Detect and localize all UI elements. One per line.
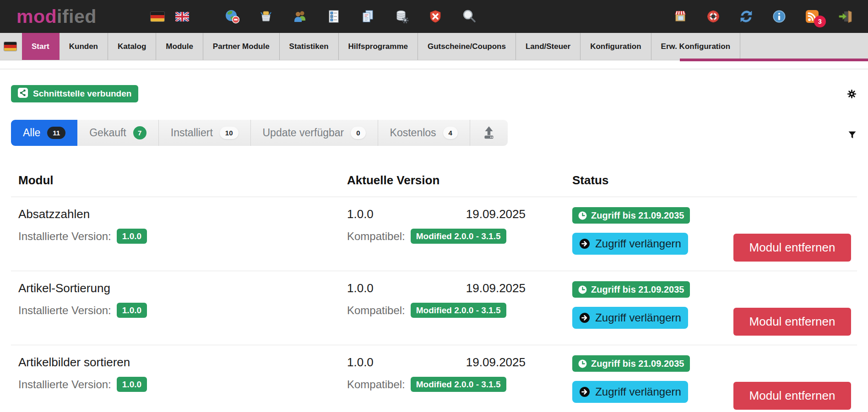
access-until-badge: Zugriff bis 21.09.2035 [572,355,690,372]
access-until-badge: Zugriff bis 21.09.2035 [572,207,690,224]
logo-text-ified: ified [57,6,97,27]
nav-tab-kunden[interactable]: Kunden [60,33,108,60]
filter-tab-label: Update verfügbar [263,127,344,139]
upload-module-button[interactable] [470,120,508,146]
filter-tab-installiert[interactable]: Installiert 10 [159,120,251,146]
subheader-strip [0,60,868,70]
search-icon[interactable] [462,9,477,24]
installed-version-label: Installierte Version: [18,304,111,317]
nav-tab-konfiguration[interactable]: Konfiguration [580,33,651,60]
topbar-right-icons: 3 [673,9,852,24]
language-switcher [151,12,189,21]
upload-icon [481,124,497,142]
module-table-row: Absatzzahlen Installierte Version: 1.0.0… [11,197,857,271]
connection-status-label: Schnittstelle verbunden [33,89,131,99]
logo-text-mod: mod [16,6,57,27]
filter-tab-count-badge: 0 [351,127,365,139]
nav-tab-erw-konfiguration[interactable]: Erw. Konfiguration [651,33,740,60]
clock-icon [578,359,587,368]
share-icon [18,88,28,100]
compatible-range-badge: Modified 2.0.0 - 3.1.5 [411,229,506,244]
nav-tab-katalog[interactable]: Katalog [108,33,156,60]
refresh-icon[interactable] [739,9,754,24]
module-name: Artikel-Sortierung [18,281,347,295]
module-table-rows: Absatzzahlen Installierte Version: 1.0.0… [11,197,857,412]
settings-gear-icon[interactable] [846,89,857,99]
nav-tab-gutscheine-coupons[interactable]: Gutscheine/Coupons [418,33,516,60]
nav-tab-partner-module[interactable]: Partner Module [203,33,280,60]
connection-status-badge[interactable]: Schnittstelle verbunden [11,85,138,102]
logout-icon[interactable] [838,9,852,24]
catalog-icon[interactable] [360,9,375,24]
release-date: 19.09.2025 [466,355,526,369]
filter-tab-count-badge: 10 [220,127,239,139]
german-flag-icon[interactable] [151,12,164,21]
filter-tab-count-badge: 7 [133,126,146,139]
customers-icon[interactable] [293,9,307,24]
extend-access-button[interactable]: Zugriff verlängern [572,307,688,329]
filter-funnel-icon[interactable] [847,130,857,139]
release-date: 19.09.2025 [466,281,526,295]
filter-tab-label: Kostenlos [390,127,436,139]
filter-tab-label: Alle [23,127,40,139]
database-icon[interactable] [394,9,409,24]
rss-notification-badge: 3 [814,16,826,27]
main-nav: StartKundenKatalogModulePartner ModuleSt… [0,33,868,60]
help-icon[interactable] [706,9,721,24]
shop-icon[interactable] [673,9,688,24]
nav-tab-start[interactable]: Start [22,33,60,60]
globe-icon[interactable] [225,9,239,24]
content: Schnittstelle verbunden Alle 11 Gekauft … [0,85,868,412]
info-icon[interactable] [772,9,787,24]
header-status: Status [572,173,714,187]
nav-tab-module[interactable]: Module [156,33,203,60]
installed-version-badge: 1.0.0 [117,229,147,244]
compatible-range-badge: Modified 2.0.0 - 3.1.5 [411,303,506,318]
filter-tab-kostenlos[interactable]: Kostenlos 4 [378,120,470,146]
clock-icon [578,211,587,220]
sitemap-icon[interactable] [326,9,341,24]
filter-tab-label: Installiert [171,127,213,139]
uk-flag-icon[interactable] [175,12,189,21]
installed-version-label: Installierte Version: [18,378,111,391]
current-version: 1.0.0 [347,207,374,221]
filter-tab-update-verfügbar[interactable]: Update verfügbar 0 [251,120,378,146]
security-icon[interactable] [428,9,443,24]
current-version: 1.0.0 [347,355,374,369]
nav-language-flag-icon[interactable] [4,42,16,51]
module-table-row: Artikel-Sortierung Installierte Version:… [11,271,857,345]
nav-tab-hilfsprogramme[interactable]: Hilfsprogramme [339,33,418,60]
compatible-label: Kompatibel: [347,304,405,317]
nav-tab-statistiken[interactable]: Statistiken [280,33,339,60]
current-version: 1.0.0 [347,281,374,295]
nav-accent-underline [680,59,868,61]
compatible-label: Kompatibel: [347,378,405,391]
clock-icon [578,285,587,294]
compatible-label: Kompatibel: [347,230,405,243]
release-date: 19.09.2025 [466,207,526,221]
arrow-circle-icon [579,312,590,323]
filter-tab-gekauft[interactable]: Gekauft 7 [77,120,159,146]
app-logo[interactable]: modified [16,6,97,27]
remove-module-button[interactable]: Modul entfernen [733,382,851,410]
arrow-circle-icon [579,238,590,249]
module-table: Modul Aktuelle Version Status Absatzzahl… [11,173,857,412]
main-nav-items: StartKundenKatalogModulePartner ModuleSt… [22,33,740,60]
basket-icon[interactable] [259,9,273,24]
compatible-range-badge: Modified 2.0.0 - 3.1.5 [411,377,506,392]
header-module: Modul [11,173,347,187]
installed-version-badge: 1.0.0 [117,377,147,392]
filter-tab-alle[interactable]: Alle 11 [11,120,77,146]
installed-version-label: Installierte Version: [18,230,111,243]
nav-tab-land-steuer[interactable]: Land/Steuer [516,33,580,60]
module-name: Absatzzahlen [18,207,347,221]
filter-tabs-container: Alle 11 Gekauft 7 Installiert 10 Update … [11,120,470,146]
rss-icon[interactable]: 3 [805,9,819,24]
remove-module-button[interactable]: Modul entfernen [733,234,851,262]
access-until-badge: Zugriff bis 21.09.2035 [572,281,690,298]
module-table-header: Modul Aktuelle Version Status [11,173,857,197]
extend-access-button[interactable]: Zugriff verlängern [572,381,688,403]
extend-access-button[interactable]: Zugriff verlängern [572,233,688,255]
remove-module-button[interactable]: Modul entfernen [733,308,851,336]
installed-version-badge: 1.0.0 [117,303,147,318]
